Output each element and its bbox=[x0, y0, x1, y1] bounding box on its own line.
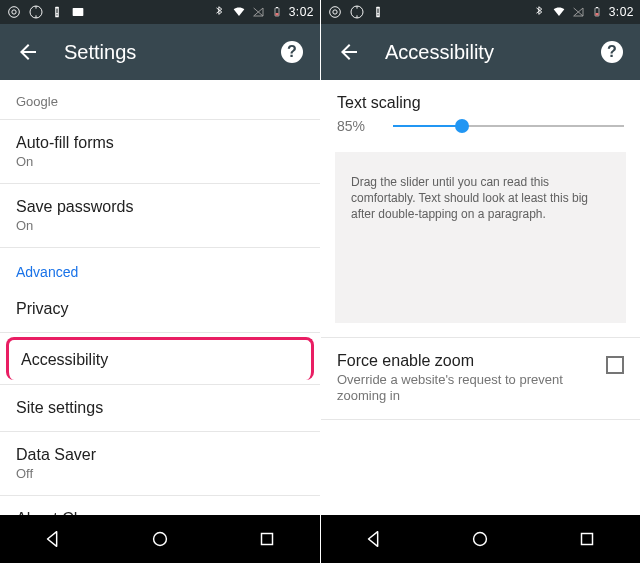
slider-thumb-icon[interactable] bbox=[455, 119, 469, 133]
back-button[interactable] bbox=[337, 40, 361, 64]
force-zoom-checkbox[interactable] bbox=[606, 356, 624, 374]
settings-item-about[interactable]: About Chrome bbox=[0, 496, 320, 515]
bluetooth-icon bbox=[533, 5, 547, 19]
nav-recent-button[interactable] bbox=[576, 528, 598, 550]
battery-icon bbox=[591, 4, 603, 20]
arrow-back-icon bbox=[16, 40, 40, 64]
arrow-back-icon bbox=[337, 40, 361, 64]
back-button[interactable] bbox=[16, 40, 40, 64]
settings-item-accessibility[interactable]: Accessibility bbox=[6, 337, 314, 380]
page-title: Accessibility bbox=[385, 41, 600, 64]
nav-recent-button[interactable] bbox=[256, 528, 278, 550]
wifi-icon bbox=[231, 4, 247, 20]
help-button[interactable] bbox=[280, 40, 304, 64]
status-bar: 3:02 bbox=[0, 0, 320, 24]
status-clock: 3:02 bbox=[609, 5, 634, 19]
page-title: Settings bbox=[64, 41, 280, 64]
item-label: Accessibility bbox=[21, 351, 299, 369]
excl-icon bbox=[50, 5, 64, 19]
settings-item-site-settings[interactable]: Site settings bbox=[0, 385, 320, 432]
settings-item-google[interactable]: Google bbox=[0, 80, 320, 119]
text-scaling-sample: Drag the slider until you can read this … bbox=[335, 152, 626, 323]
item-label: Site settings bbox=[16, 399, 304, 417]
settings-item-data-saver[interactable]: Data Saver Off bbox=[0, 432, 320, 496]
settings-list[interactable]: Google Auto-fill forms On Save passwords… bbox=[0, 80, 320, 515]
status-bar: 3:02 bbox=[321, 0, 640, 24]
settings-item-privacy[interactable]: Privacy bbox=[0, 286, 320, 333]
text-scaling-slider[interactable] bbox=[393, 114, 624, 138]
nav-back-button[interactable] bbox=[42, 528, 64, 550]
rotate-icon bbox=[28, 4, 44, 20]
sync-icon bbox=[327, 4, 343, 20]
item-sub: Off bbox=[16, 466, 304, 481]
sync-icon bbox=[6, 4, 22, 20]
rotate-icon bbox=[349, 4, 365, 20]
item-label: Data Saver bbox=[16, 446, 304, 464]
phone-settings: 3:02 Settings Google Auto-fill forms On … bbox=[0, 0, 320, 563]
nav-back-icon bbox=[363, 528, 385, 550]
item-label: Save passwords bbox=[16, 198, 304, 216]
nav-home-button[interactable] bbox=[469, 528, 491, 550]
nav-back-button[interactable] bbox=[363, 528, 385, 550]
nav-home-icon bbox=[149, 528, 171, 550]
help-button[interactable] bbox=[600, 40, 624, 64]
nav-home-icon bbox=[469, 528, 491, 550]
settings-item-autofill[interactable]: Auto-fill forms On bbox=[0, 120, 320, 184]
status-clock: 3:02 bbox=[289, 5, 314, 19]
help-icon bbox=[600, 40, 624, 64]
signal-icon bbox=[251, 4, 267, 20]
text-scaling-block: Text scaling 85% bbox=[321, 80, 640, 146]
excl-icon bbox=[371, 5, 385, 19]
help-icon bbox=[280, 40, 304, 64]
nav-home-button[interactable] bbox=[149, 528, 171, 550]
wifi-icon bbox=[551, 4, 567, 20]
app-bar: Accessibility bbox=[321, 24, 640, 80]
item-sub: On bbox=[16, 218, 304, 233]
settings-item-passwords[interactable]: Save passwords On bbox=[0, 184, 320, 248]
card-icon bbox=[70, 4, 86, 20]
nav-recent-icon bbox=[576, 528, 598, 550]
item-label: Auto-fill forms bbox=[16, 134, 304, 152]
nav-bar bbox=[321, 515, 640, 563]
signal-icon bbox=[571, 4, 587, 20]
force-zoom-sub: Override a website's request to prevent … bbox=[337, 372, 594, 406]
section-header-advanced: Advanced bbox=[0, 248, 320, 286]
app-bar: Settings bbox=[0, 24, 320, 80]
phone-accessibility: 3:02 Accessibility Text scaling 85% Drag… bbox=[320, 0, 640, 563]
accessibility-content: Text scaling 85% Drag the slider until y… bbox=[321, 80, 640, 515]
nav-recent-icon bbox=[256, 528, 278, 550]
force-zoom-row[interactable]: Force enable zoom Override a website's r… bbox=[321, 337, 640, 421]
text-scaling-title: Text scaling bbox=[337, 94, 624, 112]
nav-bar bbox=[0, 515, 320, 563]
nav-back-icon bbox=[42, 528, 64, 550]
battery-icon bbox=[271, 4, 283, 20]
item-sub: On bbox=[16, 154, 304, 169]
item-sub: Google bbox=[16, 94, 304, 109]
bluetooth-icon bbox=[213, 5, 227, 19]
text-scaling-percent: 85% bbox=[337, 118, 383, 134]
item-label: Privacy bbox=[16, 300, 304, 318]
force-zoom-label: Force enable zoom bbox=[337, 352, 594, 370]
